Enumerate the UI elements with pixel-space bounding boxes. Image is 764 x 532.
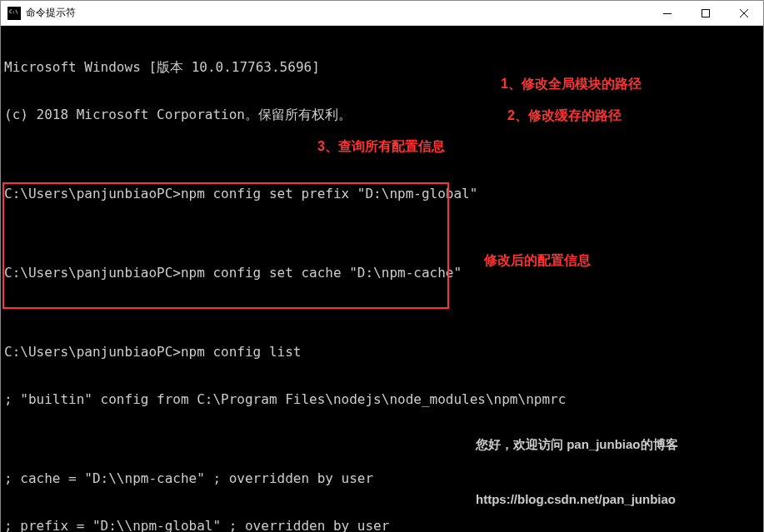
minimize-icon [663, 13, 672, 14]
maximize-button[interactable] [687, 1, 725, 26]
minimize-button[interactable] [648, 1, 687, 26]
output-line: C:\Users\panjunbiaoPC>npm config set cac… [4, 265, 760, 281]
window-controls [648, 1, 763, 25]
annotation-4: 修改后的配置信息 [484, 252, 591, 268]
cmd-icon [7, 7, 21, 20]
titlebar[interactable]: 命令提示符 [1, 1, 763, 26]
blog-url: https://blog.csdn.net/pan_junbiao [476, 490, 678, 509]
annotation-1: 1、修改全局模块的路径 [501, 76, 642, 92]
close-icon [740, 9, 748, 17]
annotation-3: 3、查询所有配置信息 [317, 138, 445, 154]
maximize-icon [702, 9, 710, 17]
output-line: (c) 2018 Microsoft Corporation。保留所有权利。 [4, 107, 760, 122]
blog-greeting: 您好，欢迎访问 pan_junbiao的博客 [476, 435, 678, 454]
terminal-area[interactable]: Microsoft Windows [版本 10.0.17763.5696] (… [1, 26, 763, 532]
annotation-2: 2、修改缓存的路径 [507, 107, 622, 123]
blog-note: 您好，欢迎访问 pan_junbiao的博客 https://blog.csdn… [476, 399, 678, 532]
output-line: C:\Users\panjunbiaoPC>npm config set pre… [4, 186, 760, 201]
output-line: Microsoft Windows [版本 10.0.17763.5696] [4, 59, 760, 75]
close-button[interactable] [725, 1, 763, 26]
window-title: 命令提示符 [26, 6, 648, 20]
window-frame: 命令提示符 Microsoft Windows [版本 10.0.17763.5… [0, 0, 764, 532]
output-line: C:\Users\panjunbiaoPC>npm config list [4, 344, 760, 360]
